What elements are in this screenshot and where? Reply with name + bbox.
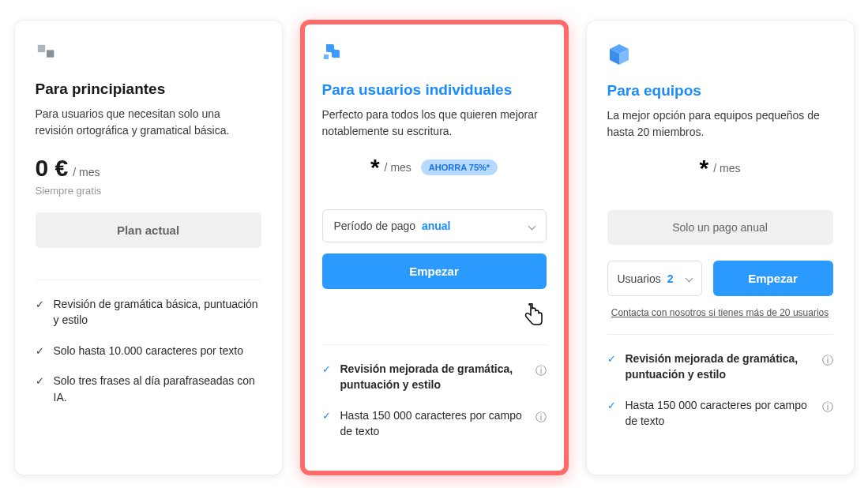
price-period: / mes [713,162,740,175]
feature-item: ✓ Solo tres frases al día parafraseadas … [36,373,261,405]
price-asterisk: * [700,156,709,180]
svg-rect-1 [47,50,54,57]
plan-title: Para principiantes [36,81,261,98]
plan-icon-beginner [36,43,261,68]
info-icon[interactable]: ⓘ [535,362,547,378]
feature-text: Solo hasta 10.000 caracteres por texto [54,343,261,358]
chevron-down-icon [685,275,693,283]
divider [36,280,261,280]
plan-icon-individual [322,42,547,69]
feature-item: ✓ Hasta 150 000 caracteres por campo de … [322,407,547,440]
current-plan-button[interactable]: Plan actual [36,212,261,248]
feature-item: ✓ Revisión mejorada de gramática, puntua… [607,351,833,383]
feature-text: Hasta 150 000 caracteres por campo de te… [340,407,526,440]
plan-desc: Perfecto para todos los que quieren mejo… [322,107,547,140]
chevron-down-icon [528,222,535,230]
divider [322,344,547,345]
svg-rect-0 [37,45,44,52]
feature-text: Revisión mejorada de gramática, puntuaci… [626,351,813,383]
plan-desc: Para usuarios que necesitan solo una rev… [36,106,261,139]
plan-title: Para usuarios individuales [322,81,547,99]
plan-card-team: Para equipos La mejor opción para equipo… [586,20,855,475]
check-icon: ✓ [607,399,616,414]
check-icon: ✓ [322,409,331,424]
feature-item: ✓ Solo hasta 10.000 caracteres por texto [36,343,261,359]
start-button[interactable]: Empezar [322,253,547,289]
feature-text: Revisión mejorada de gramática, puntuaci… [340,361,526,393]
feature-text: Revisión de gramática básica, puntuación… [54,296,261,328]
check-icon: ✓ [36,344,44,359]
start-button[interactable]: Empezar [713,261,833,296]
plan-card-beginner: Para principiantes Para usuarios que nec… [14,20,283,475]
info-icon[interactable]: ⓘ [822,352,833,368]
check-icon: ✓ [607,352,616,367]
price-period: / mes [73,166,100,178]
price-asterisk: * [370,156,380,179]
plan-title: Para equipos [607,82,833,99]
price-amount: 0 € [36,155,69,182]
plan-icon-team [607,43,833,69]
select-value: anual [422,220,451,232]
feature-item: ✓ Revisión de gramática básica, puntuaci… [36,296,261,328]
users-select[interactable]: Usuarios 2 [607,261,702,296]
select-label: Período de pago [334,220,416,232]
feature-text: Solo tres frases al día parafraseadas co… [54,373,261,405]
info-icon[interactable]: ⓘ [535,409,547,425]
divider [607,334,833,335]
plan-card-individual: Para usuarios individuales Perfecto para… [300,20,569,475]
save-badge: AHORRA 75%* [421,160,498,175]
select-value: 2 [667,272,674,285]
feature-list: ✓ Revisión mejorada de gramática, puntua… [322,361,547,439]
feature-text: Hasta 150 000 caracteres por campo de te… [626,397,813,430]
price-row: 0 € / mes [36,155,261,182]
check-icon: ✓ [36,298,44,313]
feature-list: ✓ Revisión mejorada de gramática, puntua… [607,351,833,429]
feature-item: ✓ Hasta 150 000 caracteres por campo de … [607,397,833,430]
price-row: * / mes [607,156,833,180]
price-period: / mes [385,161,411,174]
annual-payment-note: Solo un pago anual [607,210,833,245]
feature-list: ✓ Revisión de gramática básica, puntuaci… [36,296,261,405]
price-note: Siempre gratis [36,185,261,197]
plan-desc: La mejor opción para equipos pequeños de… [607,107,833,141]
payment-period-select[interactable]: Período de pago anual [322,209,547,242]
check-icon: ✓ [322,362,331,377]
select-label: Usuarios [618,272,661,285]
price-row: * / mes AHORRA 75%* [322,156,547,179]
feature-item: ✓ Revisión mejorada de gramática, puntua… [322,361,547,393]
contact-link[interactable]: Contacta con nosotros si tienes más de 2… [607,307,833,318]
check-icon: ✓ [36,374,44,389]
info-icon[interactable]: ⓘ [822,399,833,415]
